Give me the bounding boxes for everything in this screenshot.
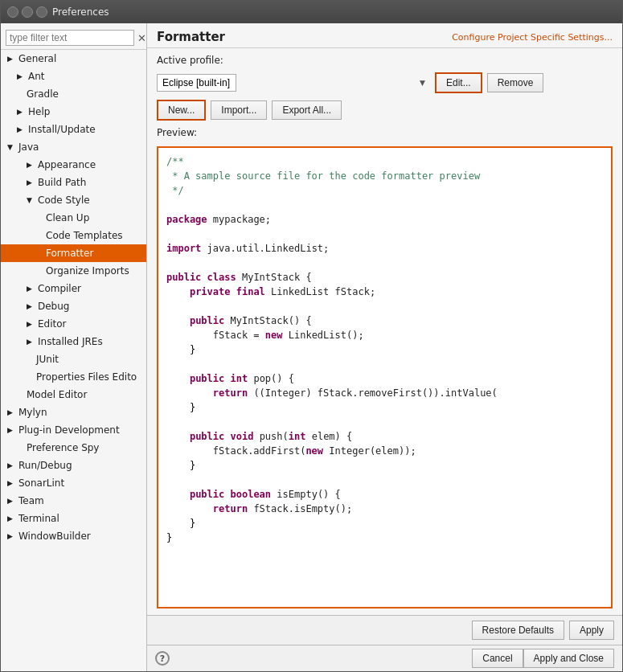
sidebar-item-label: Organize Imports (46, 264, 129, 278)
code-line: public boolean isEmpty() { (166, 487, 603, 502)
arrow-icon: ▶ (27, 158, 36, 172)
arrow-icon: ▶ (7, 458, 17, 473)
sidebar-item-editor[interactable]: ▶Editor (1, 315, 146, 333)
code-line: package mypackage; (166, 212, 603, 227)
sidebar-item-mylyn[interactable]: ▶Mylyn (1, 404, 146, 421)
sidebar-item-label: Help (28, 104, 50, 119)
maximize-button[interactable] (36, 6, 47, 18)
active-profile-row: Active profile: (157, 55, 613, 66)
sidebar-item-formatter[interactable]: Formatter (1, 244, 146, 262)
code-line: public int pop() { (166, 371, 603, 386)
filter-clear-icon[interactable]: ✕ (137, 32, 146, 44)
code-line: return fStack.isEmpty(); (166, 502, 603, 516)
arrow-icon: ▶ (7, 423, 17, 437)
sidebar-item-build-path[interactable]: ▶Build Path (1, 174, 146, 191)
sidebar-item-label: JUnit (36, 352, 59, 367)
filter-input[interactable] (6, 30, 134, 46)
sidebar-item-label: Model Editor (27, 387, 87, 402)
code-line: public void push(int elem) { (166, 429, 603, 444)
arrow-icon: ▶ (27, 175, 36, 190)
sidebar-item-sonarlint[interactable]: ▶SonarLint (1, 474, 146, 492)
sidebar-item-label: Install/Update (28, 122, 96, 137)
sidebar-item-terminal[interactable]: ▶Terminal (1, 510, 146, 527)
apply-and-close-button[interactable]: Apply and Close (523, 649, 614, 668)
sidebar-item-label: Editor (38, 317, 67, 331)
filter-bar: ✕ (1, 27, 146, 50)
sidebar-item-preference-spy[interactable]: Preference Spy (1, 439, 146, 457)
sidebar-item-clean-up[interactable]: Clean Up (1, 209, 146, 227)
code-line: /** (166, 154, 603, 169)
arrow-icon: ▶ (7, 494, 17, 508)
sidebar-item-code-style[interactable]: ▼Code Style (1, 191, 146, 209)
sidebar-item-label: Formatter (46, 246, 93, 260)
code-line: */ (166, 183, 603, 198)
code-line (166, 227, 603, 241)
sidebar-item-compiler[interactable]: ▶Compiler (1, 280, 146, 297)
configure-project-link[interactable]: Configure Project Specific Settings... (452, 32, 613, 43)
sidebar-item-label: Mylyn (18, 405, 47, 420)
sidebar-item-organize-imports[interactable]: Organize Imports (1, 262, 146, 280)
sidebar-item-appearance[interactable]: ▶Appearance (1, 156, 146, 174)
minimize-button[interactable] (22, 6, 33, 18)
window-controls (7, 6, 47, 18)
sidebar-item-label: Code Templates (46, 228, 123, 243)
code-line: } (166, 516, 603, 531)
arrow-icon: ▶ (17, 69, 27, 84)
cancel-button[interactable]: Cancel (472, 649, 523, 668)
sidebar-item-model-editor[interactable]: Model Editor (1, 386, 146, 404)
sidebar-item-team[interactable]: ▶Team (1, 492, 146, 510)
new-button[interactable]: New... (157, 100, 206, 121)
sidebar-item-install-update[interactable]: ▶Install/Update (1, 121, 146, 138)
restore-defaults-button[interactable]: Restore Defaults (472, 621, 564, 640)
preview-label: Preview: (157, 127, 613, 138)
sidebar-item-java[interactable]: ▼Java (1, 138, 146, 156)
sidebar-item-run-debug[interactable]: ▶Run/Debug (1, 457, 146, 474)
active-profile-label: Active profile: (157, 55, 223, 66)
sidebar-item-gradle[interactable]: Gradle (1, 85, 146, 103)
arrow-icon: ▼ (27, 193, 36, 207)
code-line (166, 256, 603, 270)
code-line: fStack.addFirst(new Integer(elem)); (166, 444, 603, 458)
sidebar-item-label: General (18, 51, 56, 66)
code-line: return ((Integer) fStack.removeFirst()).… (166, 386, 603, 400)
apply-button[interactable]: Apply (569, 621, 614, 640)
close-button[interactable] (7, 6, 18, 18)
arrow-icon: ▶ (17, 104, 27, 119)
arrow-icon: ▶ (7, 511, 17, 526)
code-line: } (166, 342, 603, 357)
sidebar-items: ▶General▶AntGradle▶Help▶Install/Update▼J… (1, 50, 146, 545)
edit-button[interactable]: Edit... (435, 72, 482, 93)
preferences-window: Preferences ✕ ▶General▶AntGradle▶Help▶In… (0, 0, 623, 672)
sidebar-item-installed-jres[interactable]: ▶Installed JREs (1, 333, 146, 350)
sidebar-item-windowbuilder[interactable]: ▶WindowBuilder (1, 527, 146, 545)
remove-button[interactable]: Remove (487, 73, 544, 92)
status-bar: ? Cancel Apply and Close (147, 645, 622, 671)
content-title: Formatter (157, 30, 225, 44)
sidebar-item-label: Build Path (38, 175, 86, 190)
profile-select[interactable]: Eclipse [built-in] (157, 74, 236, 92)
sidebar-item-label: Installed JREs (38, 334, 103, 349)
sidebar-item-label: Compiler (38, 281, 81, 296)
profile-select-wrap: Eclipse [built-in] (157, 74, 430, 92)
sidebar-item-label: Properties Files Edito (36, 370, 137, 384)
preview-area: /** * A sample source file for the code … (157, 146, 613, 608)
sidebar-item-code-templates[interactable]: Code Templates (1, 227, 146, 244)
sidebar-item-label: Plug-in Development (18, 423, 120, 437)
content-header: Formatter Configure Project Specific Set… (147, 23, 622, 48)
sidebar-item-ant[interactable]: ▶Ant (1, 68, 146, 85)
sidebar-item-label: SonarLint (18, 476, 64, 490)
code-line: } (166, 458, 603, 473)
sidebar-item-help[interactable]: ▶Help (1, 103, 146, 121)
sidebar-item-debug[interactable]: ▶Debug (1, 297, 146, 315)
export-all-button[interactable]: Export All... (272, 100, 342, 120)
sidebar-item-plug-in-dev[interactable]: ▶Plug-in Development (1, 421, 146, 439)
help-icon[interactable]: ? (155, 651, 170, 666)
sidebar-item-properties-files[interactable]: Properties Files Edito (1, 368, 146, 386)
arrow-icon: ▶ (27, 317, 36, 331)
arrow-icon: ▶ (7, 529, 17, 543)
action-row: New... Import... Export All... (157, 100, 613, 121)
sidebar-item-label: Appearance (38, 158, 96, 172)
sidebar-item-junit[interactable]: JUnit (1, 350, 146, 368)
import-button[interactable]: Import... (211, 100, 267, 120)
sidebar-item-general[interactable]: ▶General (1, 50, 146, 68)
